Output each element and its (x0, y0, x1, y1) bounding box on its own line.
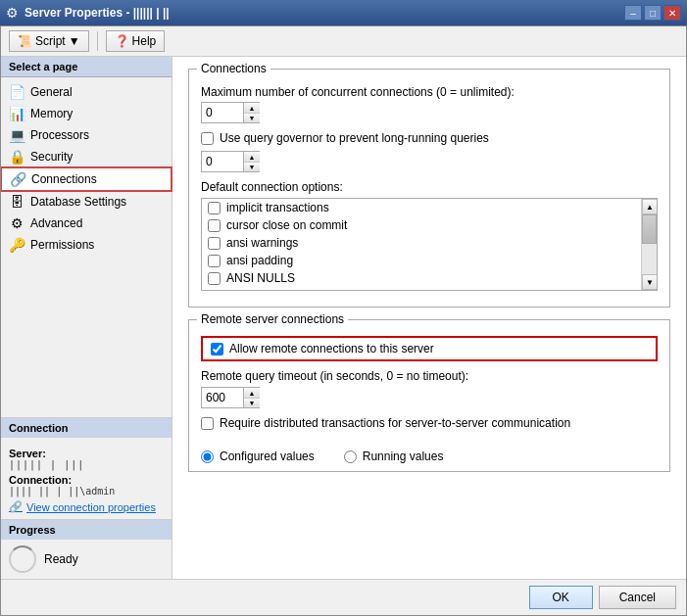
help-label: Help (132, 34, 157, 48)
query-governor-input[interactable] (202, 153, 243, 170)
option-label: implicit transactions (226, 201, 329, 214)
query-timeout-spinner[interactable]: ▲ ▼ (201, 387, 260, 408)
query-governor-down[interactable]: ▼ (244, 162, 260, 171)
script-button[interactable]: 📜 Script ▼ (9, 30, 89, 52)
sidebar-item-security[interactable]: 🔒 Security (1, 146, 172, 167)
sidebar: Select a page 📄 General 📊 Memory 💻 Proce… (1, 57, 172, 579)
view-connection-properties-label: View connection properties (26, 501, 156, 513)
distributed-transactions-label: Require distributed transactions for ser… (220, 416, 570, 430)
default-connection-options-label: Default connection options: (201, 180, 658, 194)
listbox-scrollbar[interactable]: ▲ ▼ (641, 199, 657, 290)
main-dialog: 📜 Script ▼ ❓ Help Select a page 📄 Genera… (0, 25, 687, 616)
sidebar-nav: 📄 General 📊 Memory 💻 Processors 🔒 Securi… (1, 77, 172, 417)
minimize-button[interactable]: – (624, 5, 642, 21)
sidebar-item-memory[interactable]: 📊 Memory (1, 103, 172, 124)
security-icon: 🔒 (9, 149, 25, 165)
configured-values-row: Configured values (201, 450, 315, 463)
option-implicit-transactions[interactable] (208, 202, 221, 214)
connection-info-section: Connection Server: ||||| | ||| Connectio… (1, 417, 172, 519)
sidebar-item-advanced[interactable]: ⚙ Advanced (1, 213, 172, 234)
main-panel: Connections Maximum number of concurrent… (172, 57, 686, 579)
scroll-up-arrow[interactable]: ▲ (642, 199, 658, 214)
remote-connections-group: Remote server connections Allow remote c… (188, 319, 670, 472)
max-connections-up[interactable]: ▲ (244, 103, 260, 113)
toolbar-divider (97, 31, 98, 51)
sidebar-item-database-settings[interactable]: 🗄 Database Settings (1, 191, 172, 213)
connections-group: Connections Maximum number of concurrent… (188, 69, 670, 308)
help-icon: ❓ (115, 34, 129, 48)
option-ansi-warnings[interactable] (208, 237, 221, 250)
scroll-down-arrow[interactable]: ▼ (642, 274, 658, 290)
option-label: ansi padding (226, 254, 293, 267)
bottom-bar: OK Cancel (1, 579, 686, 615)
option-label: arithmetic abort (226, 289, 308, 291)
option-label: cursor close on commit (226, 218, 347, 232)
ok-button[interactable]: OK (529, 586, 593, 609)
distributed-transactions-row: Require distributed transactions for ser… (201, 416, 658, 430)
script-dropdown-arrow: ▼ (69, 34, 80, 48)
connections-icon: 🔗 (10, 171, 25, 187)
script-label: Script (35, 34, 66, 48)
option-arithmetic-abort[interactable] (208, 290, 221, 292)
option-ansi-nulls[interactable] (208, 272, 221, 285)
max-connections-input[interactable] (202, 104, 243, 121)
query-timeout-down[interactable]: ▼ (244, 398, 260, 407)
list-item: arithmetic abort (202, 287, 641, 291)
max-connections-row: Maximum number of concurrent connections… (201, 85, 658, 123)
sidebar-item-label-advanced: Advanced (30, 216, 82, 230)
connection-label: Connection: (9, 474, 164, 486)
list-item: cursor close on commit (202, 216, 641, 234)
query-governor-spinner[interactable]: ▲ ▼ (201, 151, 260, 172)
query-timeout-input[interactable] (202, 389, 243, 406)
permissions-icon: 🔑 (9, 237, 25, 253)
maximize-button[interactable]: □ (644, 5, 662, 21)
connection-options-list[interactable]: implicit transactions cursor close on co… (201, 198, 658, 291)
toolbar: 📜 Script ▼ ❓ Help (1, 26, 686, 57)
radio-group: Configured values Running values (201, 442, 658, 463)
link-icon: 🔗 (9, 500, 23, 513)
distributed-transactions-checkbox[interactable] (201, 417, 214, 430)
running-values-row: Running values (344, 450, 444, 463)
content-area: Select a page 📄 General 📊 Memory 💻 Proce… (1, 57, 686, 579)
cancel-button[interactable]: Cancel (599, 586, 676, 609)
query-governor-spinner-buttons: ▲ ▼ (243, 152, 260, 171)
remote-connections-group-title: Remote server connections (197, 312, 348, 326)
configured-values-label: Configured values (220, 450, 315, 463)
sidebar-item-label-general: General (30, 85, 73, 99)
query-timeout-spinner-buttons: ▲ ▼ (243, 388, 260, 407)
sidebar-item-label-database-settings: Database Settings (30, 195, 126, 209)
close-button[interactable]: ✕ (663, 5, 681, 21)
scroll-thumb (642, 214, 657, 244)
allow-remote-checkbox[interactable] (211, 343, 223, 355)
list-item: implicit transactions (202, 199, 641, 216)
allow-remote-label: Allow remote connections to this server (229, 342, 434, 355)
view-connection-properties-link[interactable]: 🔗 View connection properties (9, 500, 164, 513)
connection-info-title: Connection (1, 418, 172, 438)
scroll-track (642, 214, 657, 274)
sidebar-item-label-permissions: Permissions (30, 238, 94, 252)
sidebar-item-general[interactable]: 📄 General (1, 81, 172, 103)
configured-values-radio[interactable] (201, 450, 214, 463)
script-icon: 📜 (18, 34, 32, 48)
sidebar-item-connections[interactable]: 🔗 Connections (1, 167, 172, 191)
progress-status: Ready (44, 552, 78, 566)
connections-group-title: Connections (197, 62, 270, 75)
query-governor-label: Use query governor to prevent long-runni… (220, 131, 489, 145)
sidebar-item-label-memory: Memory (30, 107, 73, 120)
sidebar-item-permissions[interactable]: 🔑 Permissions (1, 234, 172, 256)
max-connections-down[interactable]: ▼ (244, 113, 260, 122)
max-connections-spinner[interactable]: ▲ ▼ (201, 102, 260, 123)
option-label: ansi warnings (226, 236, 298, 250)
memory-icon: 📊 (9, 106, 25, 121)
option-cursor-close-on-commit[interactable] (208, 219, 221, 232)
sidebar-item-processors[interactable]: 💻 Processors (1, 124, 172, 146)
query-governor-checkbox[interactable] (201, 132, 214, 145)
general-icon: 📄 (9, 84, 25, 100)
progress-section: Progress Ready (1, 519, 172, 579)
query-governor-up[interactable]: ▲ (244, 152, 260, 162)
list-item: ANSI NULLS (202, 269, 641, 287)
query-timeout-up[interactable]: ▲ (244, 388, 260, 398)
option-ansi-padding[interactable] (208, 255, 221, 267)
help-button[interactable]: ❓ Help (106, 30, 166, 52)
running-values-radio[interactable] (344, 450, 357, 463)
